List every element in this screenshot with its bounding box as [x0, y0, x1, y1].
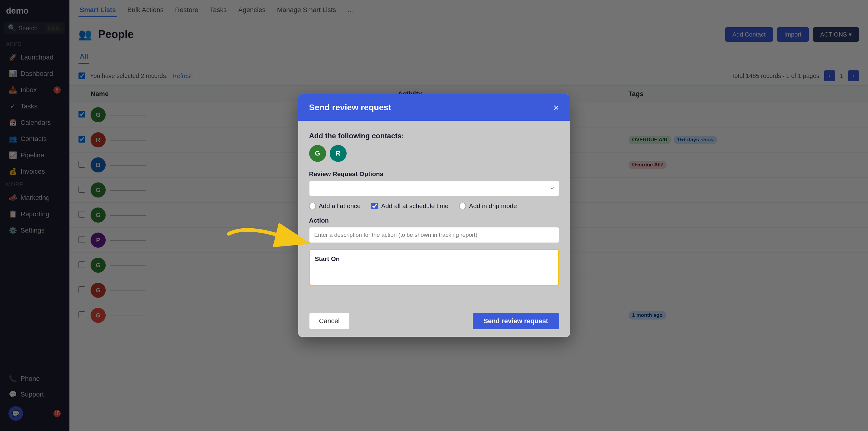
contact-avatar-2: R	[330, 145, 347, 162]
action-input[interactable]	[309, 227, 559, 243]
option-drip-mode-label: Add in drip mode	[469, 203, 517, 210]
option-add-at-schedule-time[interactable]: Add all at schedule time	[371, 203, 448, 210]
radio-add-at-once[interactable]	[309, 203, 316, 209]
modal-title: Send review request	[309, 103, 391, 112]
contact-avatar-1: G	[309, 145, 326, 162]
option-add-in-drip-mode[interactable]: Add in drip mode	[459, 203, 517, 210]
scheduling-options: Add all at once Add all at schedule time…	[309, 203, 559, 210]
checkbox-add-at-schedule-time[interactable]	[371, 203, 378, 209]
option-schedule-time-label: Add all at schedule time	[381, 203, 448, 210]
modal-footer: Cancel Send review request	[298, 305, 570, 337]
option-add-at-once[interactable]: Add all at once	[309, 203, 361, 210]
modal-overlay[interactable]: Send review request × Add the following …	[0, 0, 868, 431]
option-at-once-label: Add all at once	[319, 203, 361, 210]
start-on-label: Start On	[315, 255, 553, 263]
send-review-request-button[interactable]: Send review request	[473, 313, 559, 329]
start-on-section: Start On	[309, 249, 559, 286]
modal-header: Send review request ×	[298, 94, 570, 121]
review-options-select[interactable]	[309, 181, 559, 196]
start-on-input[interactable]	[315, 266, 553, 279]
radio-drip-mode[interactable]	[459, 203, 466, 209]
contacts-section-label: Add the following contacts:	[309, 132, 559, 140]
modal-body: Add the following contacts: G R Review R…	[298, 121, 570, 305]
action-label: Action	[309, 217, 559, 224]
review-options-label: Review Request Options	[309, 171, 559, 178]
contacts-avatars: G R	[309, 145, 559, 162]
cancel-button[interactable]: Cancel	[309, 313, 350, 330]
modal-close-button[interactable]: ×	[553, 103, 559, 112]
send-review-modal: Send review request × Add the following …	[298, 94, 570, 337]
